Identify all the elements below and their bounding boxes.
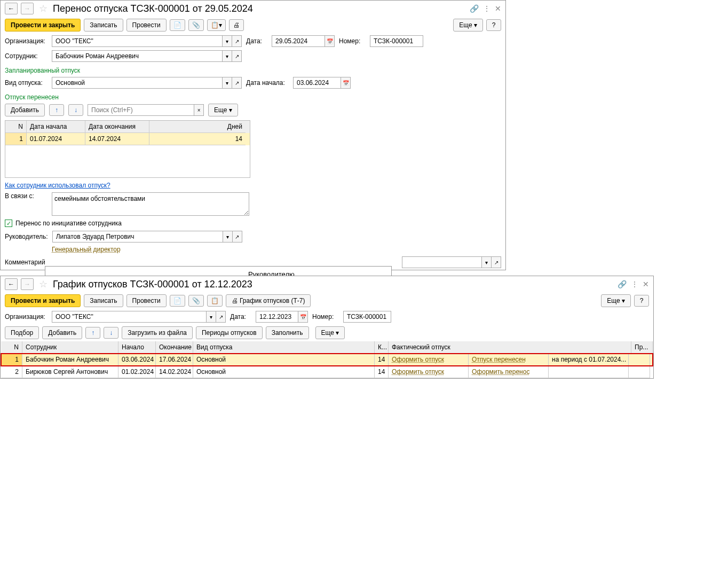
gh-n[interactable]: N xyxy=(1,341,22,354)
usage-link[interactable]: Как сотрудник использовал отпуск? xyxy=(5,182,110,189)
move-down-button-2[interactable]: ↓ xyxy=(104,327,118,339)
gd-fact-link[interactable]: Оформить отпуск xyxy=(392,356,444,363)
template-icon-button[interactable]: 📋▾ xyxy=(207,19,226,31)
manager-dropdown-button[interactable]: ▾ xyxy=(223,231,233,243)
document-icon-button[interactable]: 📄 xyxy=(170,19,185,31)
table-row[interactable]: 1 01.07.2024 14.07.2024 14 xyxy=(5,133,250,145)
pick-button[interactable]: Подбор xyxy=(5,326,39,339)
manager-input[interactable] xyxy=(52,231,223,243)
org-open-button-2[interactable]: ↗ xyxy=(216,311,226,323)
kebab-icon[interactable]: ⋮ xyxy=(483,4,490,13)
more-button-2[interactable]: Еще ▾ xyxy=(601,294,631,307)
org-open-button[interactable]: ↗ xyxy=(232,35,242,47)
fill-button[interactable]: Заполнить xyxy=(266,326,309,339)
start-date-calendar-button[interactable]: 📅 xyxy=(341,77,351,89)
load-file-button[interactable]: Загрузить из файла xyxy=(122,326,193,339)
save-button[interactable]: Записать xyxy=(84,19,123,32)
gd-status-link[interactable]: Отпуск перенесен xyxy=(472,356,526,363)
grid-row[interactable]: 2 Бирюков Сергей Антонович 01.02.2024 14… xyxy=(1,366,653,378)
start-date-input[interactable] xyxy=(293,77,341,89)
search-input[interactable] xyxy=(88,104,194,116)
kebab-icon-2[interactable]: ⋮ xyxy=(631,280,638,288)
org-input-2[interactable] xyxy=(52,311,207,323)
employee-open-button[interactable]: ↗ xyxy=(232,50,242,62)
vac-type-open-button[interactable]: ↗ xyxy=(232,77,242,89)
gh-start[interactable]: Начало xyxy=(118,341,156,354)
favorite-icon-2[interactable]: ☆ xyxy=(39,278,48,290)
nav-forward-button[interactable]: → xyxy=(21,3,34,14)
save-button-2[interactable]: Записать xyxy=(84,294,123,307)
org-dropdown-button-2[interactable]: ▾ xyxy=(207,311,216,323)
move-up-button-2[interactable]: ↑ xyxy=(85,327,100,339)
date-calendar-button-2[interactable]: 📅 xyxy=(298,311,308,323)
close-icon-2[interactable]: ✕ xyxy=(643,280,649,288)
gd-end: 14.02.2024 xyxy=(156,366,193,378)
template-icon-button-2[interactable]: 📋 xyxy=(207,295,223,307)
window-title: Перенос отпуска ТСЗК-000001 от 29.05.202… xyxy=(53,3,253,14)
print-icon-button[interactable]: 🖨 xyxy=(229,19,244,31)
nav-forward-button-2[interactable]: → xyxy=(21,278,34,290)
close-icon[interactable]: ✕ xyxy=(495,4,501,13)
responsible-input[interactable] xyxy=(402,256,482,268)
nav-back-button[interactable]: ← xyxy=(5,3,18,14)
print-t7-button[interactable]: 🖨 График отпусков (Т-7) xyxy=(226,294,311,307)
responsible-dropdown-button[interactable]: ▾ xyxy=(482,256,492,268)
search-clear-button[interactable]: × xyxy=(194,104,204,116)
post-and-close-button[interactable]: Провести и закрыть xyxy=(5,19,81,32)
table-more-button[interactable]: Еще ▾ xyxy=(208,104,238,116)
date-input-2[interactable] xyxy=(256,311,298,323)
th-end[interactable]: Дата окончания xyxy=(85,121,149,133)
gh-fact[interactable]: Фактический отпуск xyxy=(389,341,631,354)
link-icon[interactable]: 🔗 xyxy=(470,4,479,13)
td-start: 01.07.2024 xyxy=(27,133,85,145)
gh-type[interactable]: Вид отпуска xyxy=(193,341,375,354)
vac-type-input[interactable] xyxy=(52,77,223,89)
add-button[interactable]: Добавить xyxy=(5,104,45,116)
gh-pr[interactable]: Пр... xyxy=(631,341,653,354)
gd-status-link[interactable]: Оформить перенос xyxy=(472,368,529,376)
post-and-close-button-2[interactable]: Провести и закрыть xyxy=(5,294,81,307)
grid-more-button[interactable]: Еще ▾ xyxy=(315,326,345,339)
move-down-button[interactable]: ↓ xyxy=(68,104,83,116)
link-icon-2[interactable]: 🔗 xyxy=(618,280,627,288)
manager-open-button[interactable]: ↗ xyxy=(233,231,242,243)
employee-input[interactable] xyxy=(52,50,223,62)
gh-k[interactable]: К... xyxy=(375,341,389,354)
periods-button[interactable]: Периоды отпусков xyxy=(196,326,263,339)
nav-back-button-2[interactable]: ← xyxy=(5,278,18,290)
th-n[interactable]: N xyxy=(5,121,27,133)
more-button[interactable]: Еще ▾ xyxy=(453,19,483,32)
add-button-2[interactable]: Добавить xyxy=(42,326,82,339)
number-input-2[interactable] xyxy=(343,311,391,323)
move-up-button[interactable]: ↑ xyxy=(49,104,64,116)
gd-emp: Бабочкин Роман Андреевич xyxy=(22,354,118,366)
th-days[interactable]: Дней xyxy=(149,121,246,133)
responsible-open-button[interactable]: ↗ xyxy=(492,256,501,268)
date-calendar-button[interactable]: 📅 xyxy=(325,35,335,47)
org-dropdown-button[interactable]: ▾ xyxy=(223,35,232,47)
th-start[interactable]: Дата начала xyxy=(27,121,85,133)
gd-fact-link[interactable]: Оформить отпуск xyxy=(392,368,444,376)
initiative-checkbox[interactable]: ✓ xyxy=(5,220,12,227)
start-date-label: Дата начала: xyxy=(246,79,289,87)
attach-icon-button[interactable]: 📎 xyxy=(188,19,204,31)
vac-type-dropdown-button[interactable]: ▾ xyxy=(223,77,232,89)
document-icon-button-2[interactable]: 📄 xyxy=(170,295,185,307)
org-input[interactable] xyxy=(52,35,223,47)
help-button-2[interactable]: ? xyxy=(634,295,649,307)
number-input[interactable] xyxy=(370,35,423,47)
reason-textarea[interactable] xyxy=(52,192,249,216)
date-input[interactable] xyxy=(272,35,325,47)
grid-row[interactable]: 1 Бабочкин Роман Андреевич 03.06.2024 17… xyxy=(1,354,653,366)
employee-dropdown-button[interactable]: ▾ xyxy=(223,50,232,62)
attach-icon-button-2[interactable]: 📎 xyxy=(188,295,204,307)
gh-end[interactable]: Окончание xyxy=(156,341,193,354)
td-n: 1 xyxy=(5,133,27,145)
help-button[interactable]: ? xyxy=(486,19,501,31)
favorite-icon[interactable]: ☆ xyxy=(39,3,48,14)
manager-position-link[interactable]: Генеральный директор xyxy=(52,246,121,253)
gh-emp[interactable]: Сотрудник xyxy=(22,341,118,354)
td-end: 14.07.2024 xyxy=(85,133,149,145)
post-button[interactable]: Провести xyxy=(126,19,167,32)
post-button-2[interactable]: Провести xyxy=(126,294,167,307)
